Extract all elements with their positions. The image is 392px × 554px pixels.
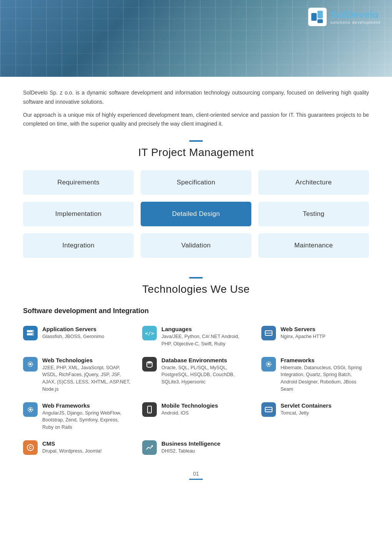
mobile-desc: Android, iOS — [161, 410, 250, 417]
tech-item-web-frameworks: Web Frameworks AngularJS, Django, Spring… — [23, 402, 131, 431]
languages-desc: Java/JEE, Python, C#/.NET Android, PHP, … — [161, 333, 250, 348]
svg-point-5 — [33, 331, 34, 332]
svg-rect-0 — [311, 13, 317, 21]
servlet-name: Servlet Containers — [281, 402, 369, 409]
tech-item-frameworks: Frameworks Hibernate, Datanucleus, OSGi,… — [261, 357, 369, 393]
servlet-desc: Tomcat, Jetty — [281, 410, 369, 417]
web-tech-name: Web Technologies — [42, 357, 131, 363]
it-project-title: IT Project Management — [23, 146, 369, 159]
web-tech-info: Web Technologies J2EE, PHP, XML, JavaScr… — [42, 357, 131, 393]
svg-point-9 — [29, 363, 32, 365]
tech-item-app-servers: Application Servers Glassfish, JBOSS, Ge… — [23, 326, 131, 348]
pm-card-integration: Integration — [23, 233, 134, 258]
pm-card-testing: Testing — [258, 202, 369, 226]
languages-icon: </> — [142, 326, 157, 340]
database-icon — [142, 357, 157, 372]
pm-card-requirements: Requirements — [23, 170, 134, 195]
web-servers-name: Web Servers — [281, 326, 369, 332]
svg-point-15 — [29, 408, 32, 411]
app-servers-icon — [23, 326, 38, 340]
frameworks-icon — [261, 357, 276, 372]
logo-text: SolDevelo solutions development — [331, 9, 380, 25]
tech-item-languages: </> Languages Java/JEE, Python, C#/.NET … — [142, 326, 250, 348]
database-info: Database Environments Oracle, SQL, PL/SQ… — [161, 357, 250, 386]
intro-paragraph-2: Our approach is a unique mix of highly e… — [23, 111, 369, 129]
svg-rect-1 — [317, 11, 323, 18]
svg-rect-2 — [317, 19, 323, 23]
it-project-section-header: IT Project Management — [23, 140, 369, 159]
servlet-icon — [261, 402, 276, 417]
mobile-icon — [142, 402, 157, 417]
cms-name: CMS — [42, 440, 131, 447]
mobile-name: Mobile Technologies — [161, 402, 250, 409]
tech-item-servlet: Servlet Containers Tomcat, Jetty — [261, 402, 369, 431]
section-divider — [189, 140, 203, 142]
tech-item-mobile: Mobile Technologies Android, iOS — [142, 402, 250, 431]
svg-point-13 — [267, 363, 270, 365]
bi-desc: DHIS2, Tableau — [161, 448, 250, 455]
page-number: 01 — [193, 471, 199, 477]
tech-item-web-servers: Web Servers Nginx, Apache HTTP — [261, 326, 369, 348]
pm-card-validation: Validation — [141, 233, 251, 258]
technologies-section-header: Technologies We Use — [23, 277, 369, 295]
company-logo: SolDevelo solutions development — [308, 8, 380, 26]
footer-divider — [189, 479, 203, 480]
frameworks-desc: Hibernate, Datanucleus, OSGi, Spring Int… — [281, 364, 369, 393]
mobile-info: Mobile Technologies Android, iOS — [161, 402, 250, 417]
page-footer: 01 — [23, 470, 369, 488]
hero-banner: SolDevelo solutions development — [0, 0, 392, 77]
intro-section: SolDevelo Sp. z o.o. is a dynamic softwa… — [23, 88, 369, 129]
tech-item-cms: C CMS Drupal, Wordpress, Joomla! — [23, 440, 131, 455]
technologies-title: Technologies We Use — [23, 283, 369, 295]
database-desc: Oracle, SQL, PL/SQL, MySQL, PostgreSQL, … — [161, 364, 250, 386]
bi-info: Business Intelligence DHIS2, Tableau — [161, 440, 250, 455]
tech-subtitle: Software development and Integration — [23, 307, 369, 315]
logo-brand: SolDevelo — [331, 9, 380, 20]
svg-point-11 — [147, 361, 152, 363]
cms-info: CMS Drupal, Wordpress, Joomla! — [42, 440, 131, 455]
svg-text:C: C — [29, 446, 32, 450]
cms-desc: Drupal, Wordpress, Joomla! — [42, 448, 131, 455]
main-content: SolDevelo Sp. z o.o. is a dynamic softwa… — [0, 77, 392, 503]
app-servers-info: Application Servers Glassfish, JBOSS, Ge… — [42, 326, 131, 340]
intro-paragraph-1: SolDevelo Sp. z o.o. is a dynamic softwa… — [23, 88, 369, 107]
pm-card-specification: Specification — [141, 170, 251, 195]
web-servers-info: Web Servers Nginx, Apache HTTP — [281, 326, 369, 340]
frameworks-name: Frameworks — [281, 357, 369, 363]
pm-card-maintenance: Maintenance — [258, 233, 369, 258]
web-frameworks-icon — [23, 402, 38, 417]
bi-name: Business Intelligence — [161, 440, 250, 447]
technologies-section: Technologies We Use Software development… — [23, 277, 369, 455]
logo-subtitle: solutions development — [331, 20, 380, 25]
svg-point-18 — [149, 411, 150, 412]
tech-grid: Application Servers Glassfish, JBOSS, Ge… — [23, 326, 369, 455]
web-tech-icon — [23, 357, 38, 372]
languages-name: Languages — [161, 326, 250, 332]
svg-point-6 — [33, 334, 34, 335]
tech-item-database: Database Environments Oracle, SQL, PL/SQ… — [142, 357, 250, 393]
cms-icon: C — [23, 440, 38, 455]
servlet-info: Servlet Containers Tomcat, Jetty — [281, 402, 369, 417]
web-frameworks-info: Web Frameworks AngularJS, Django, Spring… — [42, 402, 131, 431]
database-name: Database Environments — [161, 357, 250, 363]
tech-item-web-tech: Web Technologies J2EE, PHP, XML, JavaScr… — [23, 357, 131, 393]
tech-item-bi: Business Intelligence DHIS2, Tableau — [142, 440, 250, 455]
tech-section-divider — [189, 277, 203, 279]
web-tech-desc: J2EE, PHP, XML, JavaScript, SOAP, WSDL, … — [42, 364, 131, 393]
web-servers-icon — [261, 326, 276, 340]
web-frameworks-name: Web Frameworks — [42, 402, 131, 409]
web-frameworks-desc: AngularJS, Django, Spring WebFlow, Boots… — [42, 410, 131, 431]
web-servers-desc: Nginx, Apache HTTP — [281, 333, 369, 340]
pm-card-implementation: Implementation — [23, 202, 134, 226]
app-servers-name: Application Servers — [42, 326, 131, 332]
project-management-grid: Requirements Specification Architecture … — [23, 170, 369, 258]
app-servers-desc: Glassfish, JBOSS, Geronimo — [42, 333, 131, 340]
bi-icon — [142, 440, 157, 455]
frameworks-info: Frameworks Hibernate, Datanucleus, OSGi,… — [281, 357, 369, 393]
pm-card-detailed-design: Detailed Design — [141, 202, 251, 226]
languages-info: Languages Java/JEE, Python, C#/.NET Andr… — [161, 326, 250, 348]
pm-card-architecture: Architecture — [258, 170, 369, 195]
logo-icon — [308, 8, 327, 26]
